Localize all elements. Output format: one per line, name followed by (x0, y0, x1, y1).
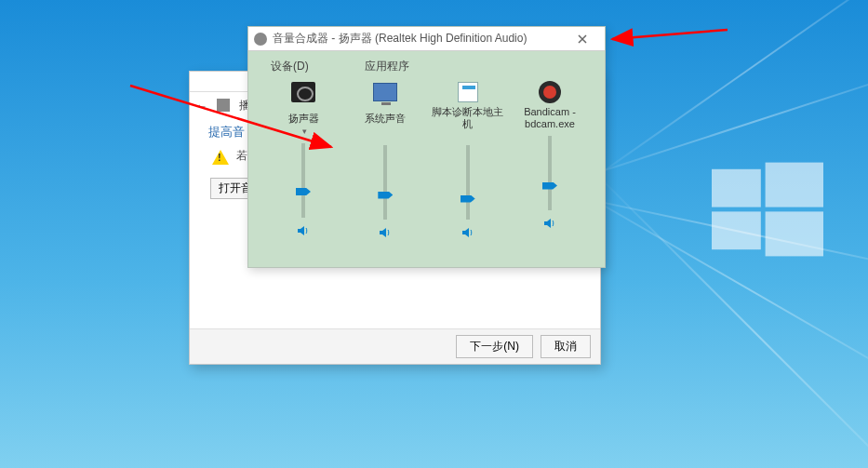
script-host-icon[interactable] (458, 82, 478, 102)
back-arrow-icon[interactable]: ← (195, 99, 207, 113)
mixer-column: Bandicam - bdcam.exe (514, 78, 586, 240)
mixer-headings: 设备(D) 应用程序 (261, 59, 592, 74)
close-icon (578, 34, 587, 44)
settings-footer: 下一步(N) 取消 (190, 328, 600, 364)
mixer-titlebar: 音量合成器 - 扬声器 (Realtek High Definition Aud… (248, 27, 605, 51)
windows-logo-icon (712, 154, 823, 265)
system-sounds-icon[interactable] (373, 83, 397, 101)
mute-toggle-icon[interactable] (378, 225, 393, 240)
volume-slider[interactable] (301, 143, 305, 218)
mute-toggle-icon[interactable] (542, 216, 557, 231)
breadcrumb-icon (217, 99, 230, 112)
heading-device: 设备(D) (271, 59, 309, 74)
volume-slider[interactable] (383, 145, 387, 220)
volume-slider[interactable] (466, 145, 470, 220)
warning-icon (212, 150, 229, 165)
svg-rect-1 (766, 163, 823, 207)
mixer-title: 音量合成器 - 扬声器 (Realtek High Definition Aud… (273, 31, 558, 47)
mixer-column: 脚本诊断本地主机 (432, 78, 504, 240)
volume-mixer-window: 音量合成器 - 扬声器 (Realtek High Definition Aud… (247, 26, 606, 268)
mute-toggle-icon[interactable] (461, 225, 475, 240)
bandicam-icon[interactable] (539, 81, 561, 103)
heading-apps: 应用程序 (365, 59, 409, 74)
mute-toggle-icon[interactable] (296, 223, 311, 238)
next-button[interactable]: 下一步(N) (456, 335, 533, 358)
column-label: 系统声音 (365, 106, 406, 130)
device-caret-icon[interactable]: ▾ (302, 127, 307, 136)
slider-thumb[interactable] (461, 195, 475, 203)
cancel-button[interactable]: 取消 (541, 335, 591, 358)
svg-rect-3 (766, 211, 823, 256)
mixer-columns: 扬声器 ▾ 系统声音 脚本诊断本地主机 Bandica (261, 78, 592, 240)
svg-line-4 (612, 30, 728, 39)
volume-slider[interactable] (548, 136, 552, 210)
mixer-app-icon (254, 33, 267, 46)
column-label: 脚本诊断本地主机 (432, 106, 504, 130)
slider-thumb[interactable] (378, 192, 393, 199)
mixer-column: 系统声音 (349, 78, 421, 240)
warning-text: 若 (236, 148, 247, 164)
svg-rect-2 (712, 211, 761, 249)
column-label: Bandicam - bdcam.exe (514, 106, 586, 130)
speaker-device-icon[interactable] (291, 82, 315, 102)
svg-rect-0 (712, 169, 761, 207)
slider-thumb[interactable] (296, 188, 311, 195)
slider-thumb[interactable] (542, 182, 557, 190)
close-button[interactable] (564, 27, 601, 50)
mixer-column: 扬声器 ▾ (267, 78, 340, 240)
